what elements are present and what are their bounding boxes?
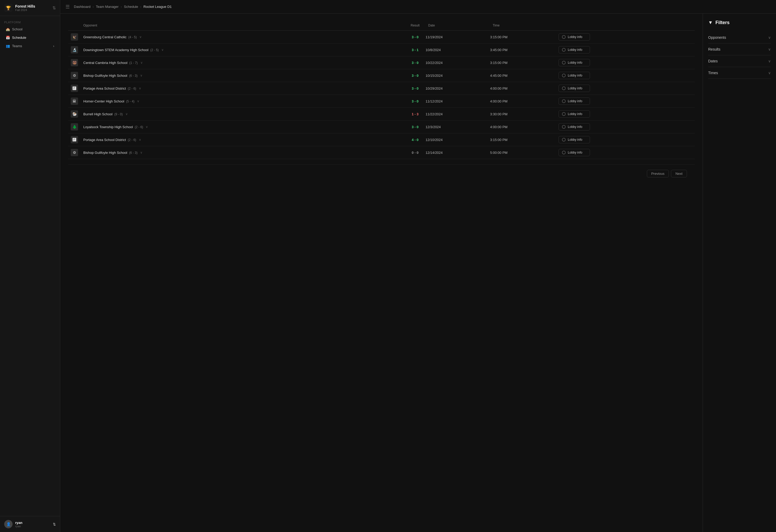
filter-section-label-results: Results [708, 47, 721, 51]
opponent-chevron-icon-3[interactable]: ∨ [140, 74, 143, 77]
filter-chevron-icon-results: ∨ [768, 47, 771, 51]
breadcrumb-sep-3: › [140, 5, 141, 9]
result-2: 3 - 0 [412, 61, 418, 65]
brand-logo-icon: 🏆 [4, 4, 13, 12]
date-6: 11/22/2024 [425, 112, 442, 116]
lobby-label-6: Lobby info [568, 112, 582, 116]
lobby-circle-icon-5 [562, 99, 566, 103]
brand-text: Forest Hills Fall 2024 [15, 4, 35, 12]
opponent-name-1: Downingtown STEM Academy High School (2 … [83, 48, 159, 52]
sidebar-item-schedule[interactable]: 📅 Schedule [2, 33, 58, 42]
lobby-button-5[interactable]: Lobby info [559, 98, 590, 105]
lobby-circle-icon-2 [562, 61, 566, 64]
brand: 🏆 Forest Hills Fall 2024 [4, 4, 35, 12]
filter-chevron-icon-opponents: ∨ [768, 35, 771, 39]
filter-section-results[interactable]: Results ∨ [708, 43, 771, 55]
lobby-button-9[interactable]: Lobby info [559, 149, 590, 156]
opponent-chevron-icon-8[interactable]: ∨ [139, 138, 141, 142]
table-row: ⚙ Bishop Guilfoyle High School (6 - 3) ∨… [68, 69, 695, 82]
opponent-logo-1: 🔬 [71, 46, 78, 53]
result-1: 3 - 1 [412, 48, 418, 52]
table-row: ⚙ Bishop Guilfoyle High School (6 - 3) ∨… [68, 146, 695, 159]
user-expand-icon[interactable]: ⇅ [53, 522, 56, 526]
previous-button[interactable]: Previous [647, 170, 669, 177]
lobby-label-1: Lobby info [568, 48, 582, 52]
time-2: 3:15:00 PM [490, 61, 508, 65]
user-role: ryan [15, 525, 22, 528]
opponent-chevron-icon-5[interactable]: ∨ [137, 99, 139, 103]
date-9: 12/14/2024 [425, 151, 442, 155]
sidebar-item-teams[interactable]: 👥 Teams › [2, 42, 58, 50]
lobby-label-0: Lobby info [568, 35, 582, 39]
lobby-button-4[interactable]: Lobby info [559, 84, 590, 92]
time-4: 4:00:00 PM [490, 86, 508, 91]
breadcrumb-sep-2: › [121, 5, 122, 9]
filter-section-header-times[interactable]: Times ∨ [708, 71, 771, 75]
opponent-chevron-icon-6[interactable]: ∨ [126, 112, 128, 116]
filter-section-header-opponents[interactable]: Opponents ∨ [708, 35, 771, 39]
opponent-chevron-icon-4[interactable]: ∨ [139, 86, 141, 90]
lobby-button-2[interactable]: Lobby info [559, 59, 590, 66]
filter-section-header-dates[interactable]: Dates ∨ [708, 59, 771, 63]
opponent-chevron-icon-9[interactable]: ∨ [140, 151, 143, 154]
opponent-logo-9: ⚙ [71, 149, 78, 156]
opponent-chevron-icon-2[interactable]: ∨ [141, 61, 143, 64]
breadcrumb-schedule[interactable]: Schedule [124, 5, 138, 9]
filter-section-dates[interactable]: Dates ∨ [708, 55, 771, 67]
opponent-chevron-icon-0[interactable]: ∨ [139, 35, 142, 39]
sidebar-expand-icon[interactable]: ⇅ [52, 5, 56, 10]
filter-section-label-dates: Dates [708, 59, 718, 63]
breadcrumb-team-manager[interactable]: Team Manager [96, 5, 119, 9]
lobby-circle-icon-9 [562, 151, 566, 154]
main: ☰ Dashboard › Team Manager › Schedule › … [60, 0, 776, 532]
lobby-button-0[interactable]: Lobby info [559, 33, 590, 41]
result-7: 3 - 0 [412, 125, 418, 129]
date-0: 11/19/2024 [425, 35, 442, 39]
date-7: 12/3/2024 [425, 125, 441, 129]
opponent-name-5: Homer-Center High School (5 - 4) [83, 99, 135, 103]
filter-section-header-results[interactable]: Results ∨ [708, 47, 771, 51]
breadcrumb-dashboard[interactable]: Dashboard [74, 5, 90, 9]
filter-section-opponents[interactable]: Opponents ∨ [708, 32, 771, 43]
sidebar-item-school[interactable]: 🏫 School [2, 25, 58, 33]
sidebar-header: 🏆 Forest Hills Fall 2024 ⇅ [0, 0, 60, 16]
table-row: 🦅 Greensburg Central Catholic (4 - 5) ∨ … [68, 31, 695, 43]
lobby-button-1[interactable]: Lobby info [559, 46, 590, 53]
opponent-chevron-icon-7[interactable]: ∨ [146, 125, 148, 129]
opponent-logo-2: 🐻 [71, 59, 78, 66]
filter-section-times[interactable]: Times ∨ [708, 67, 771, 79]
opponent-name-4: Portage Area School District (2 - 6) [83, 86, 136, 91]
table-row: 🐏 Burrell High School (9 - 0) ∨ 1 - 3 11… [68, 108, 695, 121]
sidebar: 🏆 Forest Hills Fall 2024 ⇅ Platform 🏫 Sc… [0, 0, 60, 532]
user-details: ryan ryan [15, 521, 22, 528]
result-5: 3 - 0 [412, 99, 418, 103]
opponent-logo-7: 🌲 [71, 123, 78, 131]
opponent-logo-8: 🅿 [71, 136, 78, 143]
time-3: 4:45:00 PM [490, 74, 508, 77]
lobby-button-7[interactable]: Lobby info [559, 123, 590, 131]
brand-sub: Fall 2024 [15, 8, 35, 12]
sidebar-nav: Platform 🏫 School 📅 Schedule 👥 Teams › [0, 16, 60, 516]
col-opponent-header: Opponent [81, 21, 404, 31]
time-9: 5:00:00 PM [490, 151, 508, 155]
next-button[interactable]: Next [671, 170, 687, 177]
avatar: 👤 [4, 520, 13, 528]
topbar: ☰ Dashboard › Team Manager › Schedule › … [60, 0, 776, 14]
date-4: 10/29/2024 [425, 86, 442, 91]
result-3: 3 - 0 [412, 74, 418, 77]
lobby-button-3[interactable]: Lobby info [559, 72, 590, 79]
sidebar-toggle-icon[interactable]: ☰ [65, 4, 70, 10]
opponent-logo-0: 🦅 [71, 33, 78, 41]
table-row: 🐻 Central Cambria High School (1 - 7) ∨ … [68, 56, 695, 69]
user-info: 👤 ryan ryan [4, 520, 22, 528]
filter-section-label-opponents: Opponents [708, 35, 726, 39]
lobby-button-6[interactable]: Lobby info [559, 110, 590, 118]
opponent-name-7: Loyalsock Township High School (2 - 6) [83, 125, 143, 129]
opponent-chevron-icon-1[interactable]: ∨ [161, 48, 164, 52]
lobby-circle-icon-6 [562, 112, 566, 116]
opponent-name-6: Burrell High School (9 - 0) [83, 112, 123, 116]
lobby-circle-icon-8 [562, 138, 566, 142]
lobby-button-8[interactable]: Lobby info [559, 136, 590, 143]
filter-section-label-times: Times [708, 71, 718, 75]
lobby-label-5: Lobby info [568, 99, 582, 103]
